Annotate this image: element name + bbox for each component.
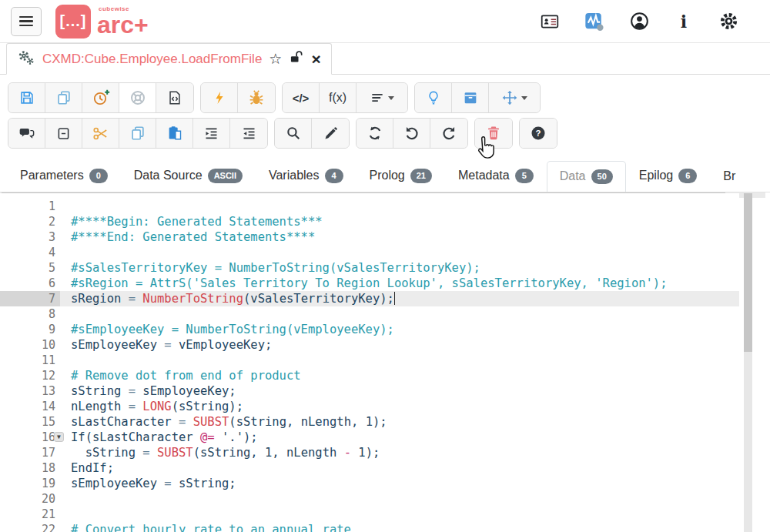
code-line[interactable]: 7sRegion = NumberToString(vSalesTerritor… <box>0 291 739 306</box>
code-text <box>60 507 739 522</box>
code-line[interactable]: 9#sEmployeeKey = NumberToString(vEmploye… <box>0 322 739 337</box>
activity-monitor-icon[interactable] <box>584 11 605 32</box>
tab-parameters[interactable]: Parameters0 <box>7 160 121 192</box>
code-line[interactable]: 6#sRegion = AttrS('Sales Territory To Re… <box>0 276 739 291</box>
code-line[interactable]: 4 <box>0 245 739 260</box>
code-line[interactable]: 3#****End: Generated Statements**** <box>0 229 739 245</box>
line-number: 6 <box>0 276 60 291</box>
menu-button[interactable] <box>11 7 42 36</box>
code-tags-button[interactable]: </> <box>283 83 320 112</box>
help-button[interactable]: ? <box>520 119 557 148</box>
info-icon[interactable]: i <box>673 11 695 32</box>
code-line[interactable]: 1 <box>0 199 739 214</box>
user-profile-icon[interactable] <box>628 11 650 32</box>
tab-prolog[interactable]: Prolog21 <box>357 160 446 192</box>
line-number: 8 <box>0 306 60 322</box>
life-ring-button[interactable] <box>119 83 156 112</box>
code-editor[interactable]: 12#****Begin: Generated Statements***3#*… <box>0 193 739 532</box>
code-line[interactable]: 2#****Begin: Generated Statements*** <box>0 214 739 229</box>
code-line[interactable]: 8 <box>0 306 739 322</box>
code-text <box>60 491 739 507</box>
code-line[interactable]: 17 sString = SUBST(sString, 1, nLength -… <box>0 445 739 460</box>
tab-data[interactable]: Data50 <box>547 161 626 192</box>
line-number: 16 <box>0 430 60 445</box>
comment-block-button[interactable] <box>8 119 45 148</box>
line-number: 10 <box>0 337 60 353</box>
chevron-down-icon <box>388 96 394 100</box>
unlocked-padlock-icon[interactable] <box>289 50 304 69</box>
chevron-down-icon <box>521 96 527 100</box>
search-button[interactable] <box>275 119 312 148</box>
line-number: 11 <box>0 353 60 368</box>
code-line[interactable]: 13sString = sEmployeeKey; <box>0 383 739 399</box>
save-as-copy-button[interactable] <box>45 83 82 112</box>
collapse-section-button[interactable] <box>45 119 82 148</box>
scrollbar-thumb[interactable] <box>744 193 752 352</box>
settings-gear-icon[interactable] <box>718 11 739 32</box>
code-line[interactable]: 20 <box>0 491 739 507</box>
editor-vertical-scrollbar[interactable] <box>744 193 752 532</box>
line-number: 19 <box>0 476 60 491</box>
line-number: 2 <box>0 214 60 229</box>
tab-label: Data <box>560 169 586 183</box>
tab-label: Br <box>723 169 735 183</box>
line-number: 13 <box>0 383 60 399</box>
favorite-star-icon[interactable]: ☆ <box>269 52 282 66</box>
code-line[interactable]: 18EndIf; <box>0 460 739 476</box>
code-line[interactable]: 21 <box>0 507 739 522</box>
code-line[interactable]: 10sEmployeeKey = vEmployeeKey; <box>0 337 739 353</box>
code-text: sEmployeeKey = vEmployeeKey; <box>60 337 739 353</box>
move-dropdown-button[interactable] <box>489 83 540 112</box>
schedule-add-button[interactable] <box>82 83 119 112</box>
redo-button[interactable] <box>430 119 467 148</box>
text-cursor <box>394 292 396 305</box>
archive-box-button[interactable] <box>452 83 489 112</box>
debug-button[interactable] <box>238 83 275 112</box>
line-number: 1 <box>0 199 60 214</box>
document-tab[interactable]: CXMD:Cube.Employee.LoadFromFile ☆ × <box>6 43 332 75</box>
line-number: 22 <box>0 522 60 532</box>
code-line[interactable]: 19sEmployeeKey = sString; <box>0 476 739 491</box>
code-line[interactable]: 15sLastCharacter = SUBST(sString, nLengt… <box>0 414 739 430</box>
tab-metadata[interactable]: Metadata5 <box>445 160 547 192</box>
edit-pencil-button[interactable] <box>312 119 349 148</box>
line-number: 18 <box>0 460 60 476</box>
line-number: 15 <box>0 414 60 430</box>
code-text: #****Begin: Generated Statements*** <box>60 214 739 229</box>
code-text: If(sLastCharacter @= '.'); <box>60 430 739 445</box>
tab-data-source[interactable]: Data SourceASCII <box>121 160 256 192</box>
code-line[interactable]: 14nLength = LONG(sString); <box>0 399 739 414</box>
cut-button[interactable] <box>82 119 119 148</box>
tab-count-badge: ASCII <box>208 169 243 183</box>
fold-toggle-icon[interactable]: ▼ <box>54 432 64 442</box>
code-line[interactable]: 11 <box>0 353 739 368</box>
code-line[interactable]: 22# Convert hourly rate to an annual rat… <box>0 522 739 532</box>
undo-button[interactable] <box>393 119 430 148</box>
view-source-button[interactable] <box>156 83 193 112</box>
tab-variables[interactable]: Variables4 <box>256 160 357 192</box>
code-line[interactable]: 5#sSalesTerritoryKey = NumberToString(vS… <box>0 260 739 276</box>
code-line[interactable]: 12# Remove dot from end of product <box>0 368 739 383</box>
tab-epilog[interactable]: Epilog6 <box>626 160 710 192</box>
outdent-button[interactable] <box>230 119 267 148</box>
code-line[interactable]: 16▼If(sLastCharacter @= '.'); <box>0 430 739 445</box>
format-lines-dropdown-button[interactable] <box>357 83 407 112</box>
function-editor-button[interactable]: f(x) <box>320 83 357 112</box>
paste-button[interactable] <box>156 119 193 148</box>
code-text <box>60 353 739 368</box>
save-button[interactable] <box>8 83 45 112</box>
tab-count-badge: 21 <box>410 169 432 183</box>
suggestions-lightbulb-button[interactable] <box>415 83 452 112</box>
run-button[interactable] <box>201 83 238 112</box>
indent-button[interactable] <box>193 119 230 148</box>
copy-button[interactable] <box>119 119 156 148</box>
line-number: 3 <box>0 229 60 245</box>
refresh-button[interactable] <box>357 119 393 148</box>
close-icon[interactable]: × <box>311 51 320 67</box>
app-window: [...] cubewise arc+ i <box>0 0 770 532</box>
id-card-icon[interactable] <box>539 11 561 32</box>
brand-logo[interactable]: [...] cubewise arc+ <box>55 5 149 38</box>
tab-br[interactable]: Br <box>710 161 748 192</box>
code-text: nLength = LONG(sString); <box>60 399 739 414</box>
delete-trash-button[interactable] <box>475 119 512 148</box>
